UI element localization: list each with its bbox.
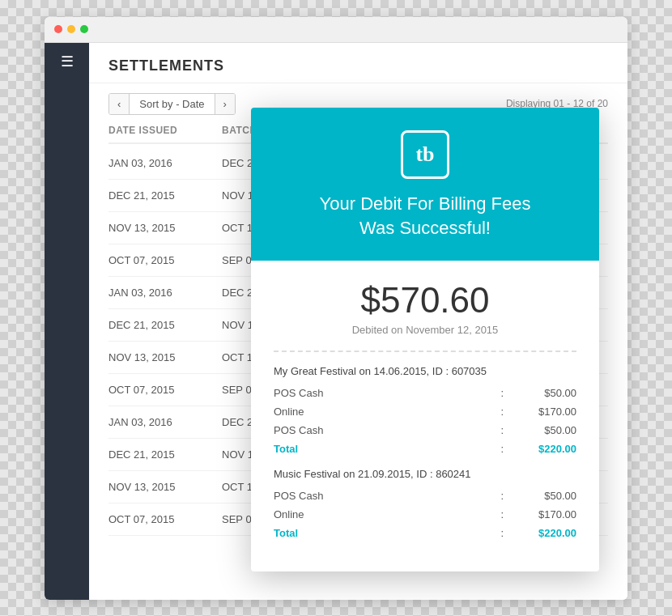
next-button[interactable]: › xyxy=(215,94,235,114)
fee-amount: $50.00 xyxy=(520,387,576,399)
hamburger-icon[interactable]: ☰ xyxy=(61,54,74,69)
cell-date: NOV 13, 2015 xyxy=(108,481,222,493)
cell-date: NOV 13, 2015 xyxy=(108,222,222,234)
festival1-rows: POS Cash : $50.00 Online : $170.00 POS C… xyxy=(274,384,576,458)
fee-amount: $220.00 xyxy=(520,443,576,455)
fee-row: Online : $170.00 xyxy=(274,402,576,421)
fee-colon: : xyxy=(484,443,520,455)
fee-label: Total xyxy=(274,527,484,539)
cell-date: DEC 21, 2015 xyxy=(108,448,222,461)
fee-amount: $220.00 xyxy=(520,527,576,539)
success-line1: Your Debit For Billing Fees xyxy=(320,192,531,217)
fee-row: POS Cash : $50.00 xyxy=(274,384,576,402)
fee-amount: $170.00 xyxy=(520,508,576,520)
title-bar xyxy=(45,17,627,43)
cell-date: NOV 13, 2015 xyxy=(108,351,222,363)
fee-colon: : xyxy=(484,387,520,399)
fee-amount: $50.00 xyxy=(520,490,576,502)
fee-colon: : xyxy=(484,490,520,502)
success-line2: Was Successful! xyxy=(320,216,531,241)
festival2-section: Music Festival on 21.09.2015, ID : 86024… xyxy=(274,468,576,542)
cell-date: OCT 07, 2015 xyxy=(108,513,222,525)
cell-date: OCT 07, 2015 xyxy=(108,254,222,266)
success-message: Your Debit For Billing Fees Was Successf… xyxy=(320,192,531,242)
fee-label: POS Cash xyxy=(274,387,484,399)
cell-date: JAN 03, 2016 xyxy=(108,287,222,299)
fee-row: POS Cash : $50.00 xyxy=(274,486,576,505)
festival2-title: Music Festival on 21.09.2015, ID : 86024… xyxy=(274,468,576,480)
page-title: SETTLEMENTS xyxy=(108,57,224,74)
festival2-rows: POS Cash : $50.00 Online : $170.00 Total… xyxy=(274,486,576,542)
fee-label: Online xyxy=(274,508,484,520)
fee-label: Total xyxy=(274,443,484,455)
page-header: SETTLEMENTS xyxy=(89,43,627,83)
cell-date: OCT 07, 2015 xyxy=(108,384,222,396)
panel-body: $570.60 Debited on November 12, 2015 My … xyxy=(251,261,599,571)
fee-amount: $170.00 xyxy=(520,406,576,418)
sort-controls: ‹ Sort by - Date › xyxy=(108,93,236,115)
sort-label: Sort by - Date xyxy=(130,94,214,114)
cell-date: DEC 21, 2015 xyxy=(108,189,222,202)
fee-label: POS Cash xyxy=(274,490,484,502)
app-body: ☰ SETTLEMENTS ‹ Sort by - Date › Display… xyxy=(45,43,627,600)
fee-colon: : xyxy=(484,424,520,436)
col-header-date: DATE ISSUED xyxy=(108,125,222,136)
amount-display: $570.60 xyxy=(274,280,576,321)
logo-box: tb xyxy=(401,130,449,179)
main-content: SETTLEMENTS ‹ Sort by - Date › Displayin… xyxy=(89,43,627,600)
fee-label: Online xyxy=(274,406,484,418)
amount-value: $570.60 xyxy=(360,280,489,320)
fee-amount: $50.00 xyxy=(520,424,576,436)
fee-row: Total : $220.00 xyxy=(274,524,576,542)
cell-date: DEC 21, 2015 xyxy=(108,319,222,331)
dot-green[interactable] xyxy=(80,25,88,33)
fee-row: POS Cash : $50.00 xyxy=(274,421,576,440)
dot-yellow[interactable] xyxy=(67,25,75,33)
debited-on: Debited on November 12, 2015 xyxy=(274,324,576,336)
cell-date: JAN 03, 2016 xyxy=(108,157,222,169)
fee-colon: : xyxy=(484,406,520,418)
dot-red[interactable] xyxy=(54,25,62,33)
overlay-panel: tb Your Debit For Billing Fees Was Succe… xyxy=(251,108,599,572)
sidebar: ☰ xyxy=(45,43,89,600)
festival1-title: My Great Festival on 14.06.2015, ID : 60… xyxy=(274,365,576,377)
festival1-section: My Great Festival on 14.06.2015, ID : 60… xyxy=(274,365,576,458)
fee-label: POS Cash xyxy=(274,424,484,436)
fee-colon: : xyxy=(484,508,520,520)
logo-text: tb xyxy=(415,142,434,167)
divider1 xyxy=(274,350,576,352)
fee-row: Total : $220.00 xyxy=(274,440,576,458)
fee-row: Online : $170.00 xyxy=(274,505,576,524)
fee-colon: : xyxy=(484,527,520,539)
browser-window: ☰ SETTLEMENTS ‹ Sort by - Date › Display… xyxy=(45,17,627,600)
cell-date: JAN 03, 2016 xyxy=(108,416,222,428)
panel-header: tb Your Debit For Billing Fees Was Succe… xyxy=(251,108,599,261)
prev-button[interactable]: ‹ xyxy=(109,94,130,114)
